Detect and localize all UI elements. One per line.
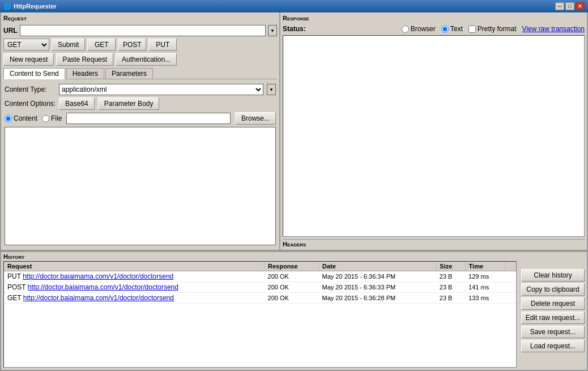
cell-size: 23 B [436, 282, 465, 293]
submit-button[interactable]: Submit [52, 39, 85, 51]
method-label: GET [7, 294, 23, 302]
close-button[interactable]: ✕ [576, 2, 585, 10]
cell-request: GET http://doctor.baiaimama.com/v1/docto… [4, 293, 265, 304]
cell-request: POST http://doctor.baiaimama.com/v1/doct… [4, 282, 265, 293]
view-mode-group: Browser Text Pretty format View raw tran… [402, 25, 585, 33]
file-radio-label[interactable]: File [42, 114, 62, 122]
app-icon: 🌐 [3, 3, 11, 10]
base64-button[interactable]: Base64 [59, 97, 95, 110]
history-header: History [1, 252, 519, 261]
load-request-button[interactable]: Load request... [521, 340, 585, 352]
app-title: HttpRequester [14, 3, 57, 10]
delete-request-button[interactable]: Delete request [521, 297, 585, 310]
cell-time: 129 ms [465, 271, 505, 282]
content-type-select[interactable]: application/xml application/json text/pl… [59, 84, 263, 95]
col-size: Size [436, 262, 465, 271]
post-button[interactable]: POST [118, 39, 146, 51]
tab-headers[interactable]: Headers [66, 68, 104, 79]
request-buttons-row: New request Paste Request Authentication… [3, 53, 277, 66]
pretty-format-checkbox-label[interactable]: Pretty format [468, 25, 517, 33]
cell-extra [505, 282, 515, 293]
content-radio-label[interactable]: Content [5, 114, 37, 122]
response-panel: Response Status: Browser Text [280, 12, 588, 251]
content-type-label: Content Type: [5, 86, 56, 93]
authentication-button[interactable]: Authentication... [116, 53, 177, 66]
cell-date: May 20 2015 - 6:36:33 PM [319, 282, 436, 293]
get-button[interactable]: GET [87, 39, 116, 51]
paste-request-button[interactable]: Paste Request [56, 53, 113, 66]
cell-time: 133 ms [465, 293, 505, 304]
content-radio[interactable] [5, 115, 12, 122]
cell-date: May 20 2015 - 6:36:34 PM [319, 271, 436, 282]
parameter-body-button[interactable]: Parameter Body [98, 97, 160, 110]
pretty-format-checkbox[interactable] [468, 25, 476, 33]
content-type-row: Content Type: application/xml applicatio… [5, 84, 276, 95]
cell-time: 141 ms [465, 282, 505, 293]
history-panel: History Request Response Date Size Time [0, 252, 588, 371]
put-button[interactable]: PUT [148, 39, 177, 51]
file-radio[interactable] [42, 115, 49, 122]
cell-request: PUT http://doctor.baiaimama.com/v1/docto… [4, 271, 265, 282]
request-section-header: Request [3, 15, 277, 22]
title-bar-controls: ─ □ ✕ [555, 2, 585, 10]
title-bar-left: 🌐 HttpRequester [3, 3, 57, 10]
content-type-dropdown-arrow[interactable]: ▼ [267, 84, 276, 95]
url-input[interactable] [20, 25, 266, 36]
url-row: URL ▼ [3, 25, 277, 36]
content-textarea[interactable] [5, 127, 276, 245]
request-panel: Request URL ▼ GET POST PUT DELETE HEAD O… [0, 12, 280, 251]
title-bar: 🌐 HttpRequester ─ □ ✕ [0, 0, 588, 12]
cell-response: 200 OK [265, 271, 319, 282]
text-radio-label[interactable]: Text [441, 25, 463, 33]
response-controls: Status: Browser Text Pretty format [283, 25, 585, 33]
history-table-header-row: Request Response Date Size Time [4, 262, 516, 271]
cell-response: 200 OK [265, 293, 319, 304]
history-table-container[interactable]: Request Response Date Size Time PUT http… [3, 261, 517, 368]
table-row[interactable]: POST http://doctor.baiaimama.com/v1/doct… [4, 282, 516, 293]
text-radio[interactable] [441, 25, 449, 33]
request-tabs: Content to Send Headers Parameters [3, 68, 277, 79]
minimize-button[interactable]: ─ [555, 2, 564, 10]
browser-radio[interactable] [402, 25, 409, 33]
clear-history-button[interactable]: Clear history [521, 269, 585, 282]
col-request: Request [4, 262, 265, 271]
browser-radio-label[interactable]: Browser [402, 25, 436, 33]
tab-content-to-send[interactable]: Content to Send [3, 68, 65, 79]
file-path-input[interactable] [66, 113, 231, 124]
cell-date: May 20 2015 - 6:36:28 PM [319, 293, 436, 304]
col-time: Time [465, 262, 505, 271]
url-link[interactable]: http://doctor.baiaimama.com/v1/doctor/do… [28, 283, 178, 291]
url-link[interactable]: http://doctor.baiaimama.com/v1/doctor/do… [23, 272, 173, 280]
method-label: POST [7, 283, 28, 291]
table-row[interactable]: GET http://doctor.baiaimama.com/v1/docto… [4, 293, 516, 304]
table-row[interactable]: PUT http://doctor.baiaimama.com/v1/docto… [4, 271, 516, 282]
url-label: URL [3, 27, 18, 35]
cell-size: 23 B [436, 293, 465, 304]
cell-extra [505, 271, 515, 282]
response-headers-label: Headers [283, 239, 585, 248]
tab-parameters[interactable]: Parameters [105, 68, 153, 79]
browse-button[interactable]: Browse... [235, 112, 276, 125]
maximize-button[interactable]: □ [565, 2, 574, 10]
top-half: Request URL ▼ GET POST PUT DELETE HEAD O… [0, 12, 588, 252]
edit-raw-request-button[interactable]: Edit raw request... [521, 312, 585, 324]
view-raw-transaction-link[interactable]: View raw transaction [522, 25, 585, 33]
cell-extra [505, 293, 515, 304]
method-select[interactable]: GET POST PUT DELETE HEAD OPTIONS [3, 39, 49, 51]
save-request-button[interactable]: Save request... [521, 326, 585, 338]
col-extra [505, 262, 515, 271]
cell-size: 23 B [436, 271, 465, 282]
content-section: Content Type: application/xml applicatio… [3, 82, 277, 248]
url-dropdown-button[interactable]: ▼ [268, 25, 277, 36]
new-request-button[interactable]: New request [3, 53, 54, 66]
content-options-label: Content Options: [5, 100, 56, 108]
url-link[interactable]: http://doctor.baiaimama.com/v1/doctor/do… [23, 294, 174, 302]
cell-response: 200 OK [265, 282, 319, 293]
status-label: Status: [283, 25, 306, 33]
history-table: Request Response Date Size Time PUT http… [4, 262, 516, 304]
col-date: Date [319, 262, 436, 271]
copy-to-clipboard-button[interactable]: Copy to clipboard [521, 283, 585, 296]
content-file-row: Content File Browse... [5, 112, 276, 125]
response-section-header: Response [283, 15, 585, 22]
main-container: Request URL ▼ GET POST PUT DELETE HEAD O… [0, 12, 588, 371]
